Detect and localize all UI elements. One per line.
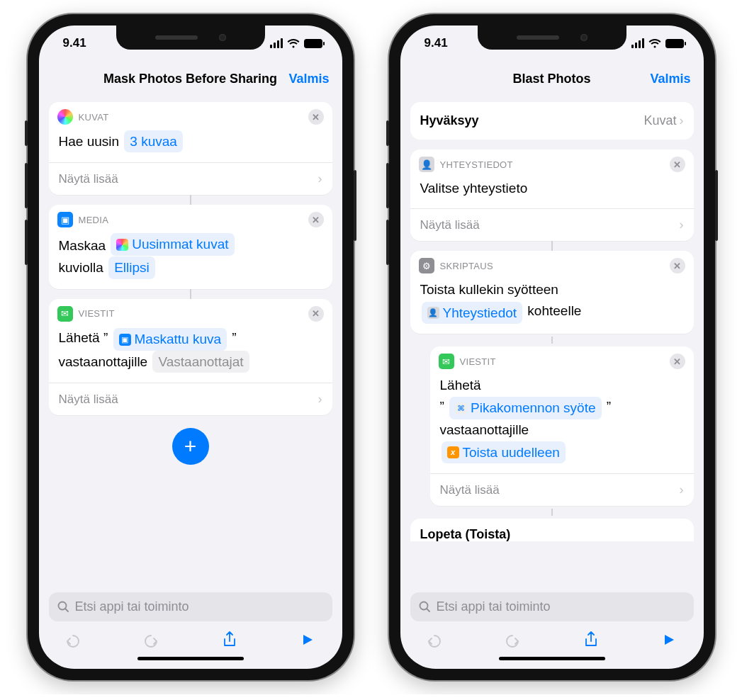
battery-icon: [304, 39, 322, 48]
text: Lähetä: [440, 378, 481, 393]
connector: [551, 337, 553, 344]
run-button[interactable]: [296, 628, 319, 651]
undo-button[interactable]: [62, 628, 84, 651]
action-card-messages[interactable]: ✉ VIESTIT ✕ Lähetä ” ▣Maskattu kuva ” va…: [49, 299, 332, 416]
volume-down: [386, 220, 389, 265]
chevron-right-icon: ›: [318, 171, 322, 186]
param-token[interactable]: 3 kuvaa: [124, 130, 183, 152]
action-card-photos[interactable]: KUVAT ✕ Hae uusin 3 kuvaa Näytä lisää ›: [49, 102, 332, 195]
param-token[interactable]: Ellipsi: [108, 256, 155, 278]
text: Lähetä ”: [59, 330, 108, 345]
search-input[interactable]: Etsi appi tai toiminto: [49, 592, 332, 621]
search-placeholder: Etsi appi tai toiminto: [75, 599, 189, 614]
svg-line-1: [65, 609, 68, 611]
chevron-right-icon: ›: [680, 113, 684, 128]
action-card-contacts[interactable]: 👤 YHTEYSTIEDOT ✕ Valitse yhteystieto Näy…: [410, 149, 694, 241]
connector: [551, 509, 553, 516]
phone-left: 9.41 Mask Photos Before Sharing Valmis K…: [28, 14, 354, 680]
undo-button[interactable]: [423, 628, 446, 651]
show-more-button[interactable]: Näytä lisää ›: [430, 473, 694, 506]
contacts-icon: 👤: [419, 157, 434, 172]
share-button[interactable]: [218, 628, 241, 651]
power-button: [354, 170, 356, 241]
action-card-messages-nested[interactable]: ✉ VIESTIT ✕ Lähetä ” ⌘Pikakomennon syöte…: [430, 346, 694, 506]
nav-bar: Mask Photos Before Sharing Valmis: [39, 61, 342, 96]
search-input[interactable]: Etsi appi tai toiminto: [410, 592, 694, 621]
show-more-button[interactable]: Näytä lisää ›: [49, 162, 332, 195]
connector: [551, 241, 553, 251]
text: Toista kullekin syötteen: [420, 282, 558, 297]
close-icon[interactable]: ✕: [670, 354, 685, 369]
nav-bar: Blast Photos Valmis: [400, 61, 704, 96]
media-icon: ▣: [57, 212, 73, 227]
text: Valitse yhteystieto: [420, 181, 528, 196]
placeholder-token[interactable]: Vastaanottajat: [152, 351, 249, 373]
action-card-end-repeat[interactable]: Lopeta (Toista): [410, 519, 694, 541]
add-action-button[interactable]: +: [172, 428, 209, 465]
volume-up: [25, 163, 28, 208]
search-icon: [57, 601, 69, 613]
battery-icon: [665, 39, 684, 48]
card-label: SKRIPTAUS: [440, 261, 493, 271]
home-indicator[interactable]: [499, 657, 605, 660]
text: vastaanottajille: [59, 354, 148, 369]
accepts-key: Hyväksyy: [420, 113, 479, 128]
variable-token[interactable]: ▣Maskattu kuva: [113, 328, 227, 350]
card-label: VIESTIT: [460, 356, 496, 367]
cellular-icon: [270, 38, 283, 48]
show-more-button[interactable]: Näytä lisää ›: [410, 208, 694, 241]
close-icon[interactable]: ✕: [308, 109, 324, 125]
action-card-media[interactable]: ▣ MEDIA ✕ Maskaa Uusimmat kuvat kuviolla…: [49, 205, 332, 288]
connector: [190, 195, 191, 205]
status-time: 9.41: [63, 36, 86, 50]
power-button: [715, 170, 718, 241]
card-label: YHTEYSTIEDOT: [440, 159, 513, 170]
action-card-scripting[interactable]: ⚙ SKRIPTAUS ✕ Toista kullekin syötteen 👤…: [410, 251, 694, 334]
text: ”: [607, 399, 611, 414]
connector: [190, 289, 191, 299]
card-label: MEDIA: [79, 215, 109, 225]
variable-token[interactable]: ⌘Pikakomennon syöte: [449, 397, 601, 419]
notch: [116, 26, 265, 50]
done-button[interactable]: Valmis: [288, 72, 329, 86]
cellular-icon: [631, 38, 644, 48]
messages-icon: ✉: [57, 306, 73, 322]
mute-switch: [386, 120, 389, 146]
close-icon[interactable]: ✕: [308, 306, 324, 322]
share-button[interactable]: [580, 628, 602, 651]
card-label: VIESTIT: [79, 308, 115, 319]
messages-icon: ✉: [439, 354, 454, 369]
text: vastaanottajille: [440, 422, 529, 437]
search-icon: [419, 601, 431, 613]
redo-button[interactable]: [501, 628, 524, 651]
text: ”: [232, 330, 236, 345]
text: Hae uusin: [59, 134, 120, 149]
text: ”: [440, 399, 444, 414]
redo-button[interactable]: [140, 628, 162, 651]
variable-token[interactable]: 👤Yhteystiedot: [422, 302, 523, 324]
svg-line-3: [427, 609, 429, 611]
close-icon[interactable]: ✕: [670, 258, 685, 273]
volume-down: [25, 220, 28, 265]
card-label: KUVAT: [79, 112, 109, 123]
chevron-right-icon: ›: [680, 482, 684, 497]
variable-token[interactable]: Uusimmat kuvat: [111, 233, 234, 255]
close-icon[interactable]: ✕: [308, 212, 324, 227]
run-button[interactable]: [658, 628, 680, 651]
photos-icon: [57, 109, 73, 125]
phone-right: 9.41 Blast Photos Valmis Hyväksyy Kuvat›…: [389, 14, 715, 680]
home-indicator[interactable]: [137, 657, 244, 660]
text: Maskaa: [59, 239, 106, 254]
text: kohteelle: [527, 303, 581, 318]
accepts-row[interactable]: Hyväksyy Kuvat›: [410, 102, 694, 140]
status-time: 9.41: [425, 36, 448, 50]
done-button[interactable]: Valmis: [650, 72, 690, 86]
wifi-icon: [287, 39, 300, 48]
accepts-value: Kuvat: [643, 113, 676, 128]
notch: [478, 26, 626, 50]
gear-icon: ⚙: [419, 258, 434, 273]
variable-token[interactable]: xToista uudelleen: [442, 441, 566, 463]
text: kuviolla: [59, 260, 103, 275]
close-icon[interactable]: ✕: [670, 157, 685, 172]
show-more-button[interactable]: Näytä lisää ›: [49, 383, 332, 415]
